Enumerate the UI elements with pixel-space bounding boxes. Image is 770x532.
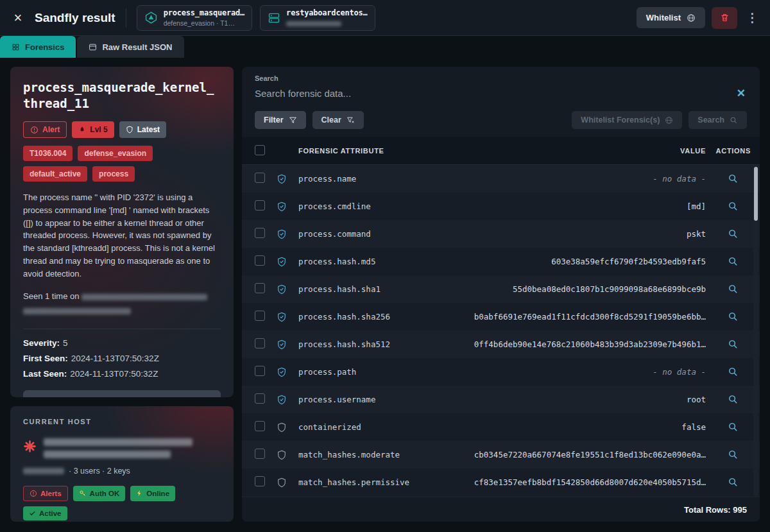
forensic-value: cf83e1357eefb8bdf1542850d66d8007d620e405… bbox=[469, 477, 706, 487]
forensic-value: 55d0bea08ed0c1807b1c9099098a68e6899bce9b bbox=[469, 284, 706, 294]
row-search-icon[interactable] bbox=[706, 256, 760, 267]
forensics-panel: Search ✕ Filter Clear Whitelist Forensic… bbox=[242, 67, 760, 522]
row-search-icon[interactable] bbox=[706, 394, 760, 405]
kebab-menu-icon[interactable]: ⋮ bbox=[744, 10, 761, 25]
row-checkbox[interactable] bbox=[255, 421, 265, 431]
row-checkbox[interactable] bbox=[255, 476, 265, 486]
server-icon bbox=[268, 12, 280, 24]
sandfly-description: The process name '' with PID '2372' is u… bbox=[23, 191, 221, 280]
sandfly-chip[interactable]: process_masquerad… defense_evasion · T1… bbox=[137, 5, 252, 31]
row-checkbox[interactable] bbox=[255, 228, 265, 238]
table-row: match_hashes.strict 1e659faa546771339f43… bbox=[242, 496, 760, 497]
delete-button[interactable] bbox=[712, 7, 737, 29]
host-chip-subtitle-redacted bbox=[286, 19, 367, 27]
current-host-label: CURRENT HOST bbox=[23, 418, 221, 425]
forensic-value: - no data - bbox=[469, 367, 706, 377]
tag-tactic[interactable]: defense_evasion bbox=[78, 146, 153, 161]
forensic-attribute: process.hash.sha1 bbox=[298, 284, 469, 294]
forensic-value: 0ff4b6deb90e14e768c21060b483b39d3ab2309e… bbox=[469, 339, 706, 349]
shield-icon bbox=[277, 450, 298, 460]
table-row: process.command pskt bbox=[242, 220, 760, 248]
forensic-attribute: process.hash.sha256 bbox=[298, 312, 469, 322]
whitelist-forensics-button[interactable]: Whitelist Forensic(s) bbox=[572, 111, 682, 129]
row-search-icon[interactable] bbox=[706, 422, 760, 433]
row-search-icon[interactable] bbox=[706, 228, 760, 239]
row-search-icon[interactable] bbox=[706, 201, 760, 212]
current-host-card: CURRENT HOST · 3 users · 2 keys bbox=[10, 406, 234, 522]
globe-icon bbox=[687, 13, 696, 22]
whitelist-button[interactable]: Whitelist bbox=[637, 7, 705, 28]
view-sandfly-button[interactable]: View Sandfly → bbox=[23, 390, 221, 397]
forensic-attribute: match_hashes.permissive bbox=[298, 477, 469, 487]
table-scrollbar[interactable] bbox=[753, 166, 758, 496]
forensic-attribute: match_hashes.moderate bbox=[298, 450, 469, 459]
table-row: process.hash.sha256 b0abf6691e769ead1f11… bbox=[242, 303, 760, 330]
tab-forensics[interactable]: Forensics bbox=[0, 36, 76, 58]
column-value: VALUE bbox=[469, 147, 706, 155]
shield-icon bbox=[126, 126, 133, 133]
flame-icon bbox=[78, 126, 86, 133]
row-checkbox[interactable] bbox=[255, 173, 265, 183]
row-search-icon[interactable] bbox=[706, 366, 760, 377]
search-button[interactable]: Search bbox=[689, 111, 747, 129]
row-checkbox[interactable] bbox=[255, 255, 265, 266]
row-checkbox[interactable] bbox=[255, 200, 265, 210]
host-meta: · 3 users · 2 keys bbox=[23, 467, 221, 476]
table-row: process.username root bbox=[242, 386, 760, 413]
row-search-icon[interactable] bbox=[706, 284, 760, 295]
shield-check-icon bbox=[277, 395, 298, 405]
tag-status[interactable]: default_active bbox=[23, 166, 87, 182]
search-icon bbox=[730, 116, 738, 124]
row-checkbox[interactable] bbox=[255, 366, 265, 376]
column-forensic-attribute: FORENSIC ATTRIBUTE bbox=[298, 147, 469, 155]
select-all-checkbox[interactable] bbox=[255, 145, 265, 155]
tab-forensics-label: Forensics bbox=[25, 42, 64, 52]
forensic-value: root bbox=[469, 395, 706, 404]
sandfly-chip-title: process_masquerad… bbox=[164, 8, 244, 17]
tag-type[interactable]: process bbox=[92, 166, 135, 182]
shield-check-icon bbox=[277, 284, 298, 295]
row-checkbox[interactable] bbox=[255, 449, 265, 459]
forensic-value: false bbox=[469, 422, 706, 432]
shield-icon bbox=[277, 422, 298, 433]
shield-check-icon bbox=[277, 229, 298, 239]
scrollbar-thumb[interactable] bbox=[754, 167, 758, 221]
sandfly-name: process_masquerade_kernel_thread_11 bbox=[23, 80, 221, 112]
tag-technique[interactable]: T1036.004 bbox=[23, 146, 73, 161]
row-checkbox[interactable] bbox=[255, 311, 265, 321]
alert-badge: Alert bbox=[23, 121, 67, 138]
forensic-value: pskt bbox=[469, 229, 706, 239]
host-alerts-badge: Alerts bbox=[23, 486, 68, 501]
table-row: process.path - no data - bbox=[242, 358, 760, 386]
row-search-icon[interactable] bbox=[706, 173, 760, 184]
row-search-icon[interactable] bbox=[706, 477, 760, 488]
funnel-icon bbox=[289, 116, 297, 124]
clear-search-icon[interactable]: ✕ bbox=[735, 87, 747, 100]
host-chip[interactable]: restyaboardcentos… bbox=[260, 5, 375, 31]
total-rows: Total Rows: 995 bbox=[684, 505, 747, 515]
row-checkbox[interactable] bbox=[255, 283, 265, 293]
forensic-value: cb0345e7220a667074e8fe19551c1f8ed13bc062… bbox=[469, 450, 706, 459]
forensic-attribute: process.command bbox=[298, 229, 469, 239]
forensic-value: 603e38a59efcf6790f2b4593edb9faf5 bbox=[469, 257, 706, 266]
severity-row: Severity:5 bbox=[23, 338, 221, 348]
row-checkbox[interactable] bbox=[255, 338, 265, 348]
search-input[interactable] bbox=[255, 83, 735, 103]
shield-check-icon bbox=[277, 174, 298, 184]
tab-bar: Forensics Raw Result JSON bbox=[0, 36, 770, 58]
row-search-icon[interactable] bbox=[706, 339, 760, 350]
trash-icon bbox=[720, 13, 730, 22]
host-online-badge: Online bbox=[130, 486, 175, 501]
forensic-attribute: process.hash.md5 bbox=[298, 257, 469, 266]
table-row: process.hash.sha512 0ff4b6deb90e14e768c2… bbox=[242, 330, 760, 358]
top-bar: × Sandfly result process_masquerad… defe… bbox=[0, 0, 770, 36]
clear-filter-button[interactable]: Clear bbox=[312, 111, 364, 129]
row-search-icon[interactable] bbox=[706, 311, 760, 322]
row-search-icon[interactable] bbox=[706, 449, 760, 460]
tab-raw-json[interactable]: Raw Result JSON bbox=[77, 36, 184, 58]
host-name-redacted[interactable] bbox=[44, 438, 193, 463]
row-checkbox[interactable] bbox=[255, 393, 265, 404]
close-icon[interactable]: × bbox=[9, 11, 27, 25]
divider bbox=[23, 329, 221, 329]
filter-button[interactable]: Filter bbox=[255, 111, 306, 129]
